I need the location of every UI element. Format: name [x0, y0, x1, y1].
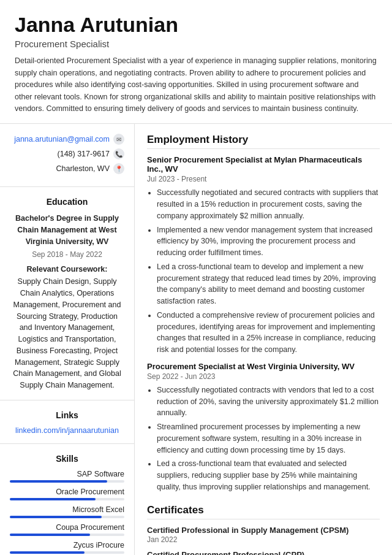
contact-location-item: Charleston, WV 📍 [10, 163, 124, 174]
certificates-list: Certified Professional in Supply Managem… [147, 526, 380, 555]
employment-section: Employment History Senior Procurement Sp… [147, 134, 380, 492]
skill-bar-bg [10, 516, 124, 518]
jobs-list: Senior Procurement Specialist at Mylan P… [147, 155, 380, 492]
education-content: Bachelor's Degree in Supply Chain Manage… [10, 213, 124, 391]
skills-title: Skills [10, 454, 124, 464]
cert-item: Certified Procurement Professional (CPP)… [147, 550, 380, 555]
skill-name: SAP Software [10, 470, 124, 478]
edu-degree: Bachelor's Degree in Supply Chain Manage… [10, 213, 124, 247]
education-title: Education [10, 197, 124, 207]
two-column-layout: janna.arutunian@gmail.com ✉ (148) 317-96… [0, 124, 392, 555]
job-bullet: Successfully negotiated contracts with v… [157, 385, 380, 419]
job-bullet: Led a cross-functional team to develop a… [157, 261, 380, 307]
skill-bar-bg [10, 498, 124, 500]
cert-name: Certified Procurement Professional (CPP) [147, 550, 380, 555]
skill-bar-fill [10, 534, 90, 536]
skill-bar-bg [10, 551, 124, 554]
skill-bar-fill [10, 498, 96, 500]
job-dates: Jul 2023 - Present [147, 175, 380, 183]
skill-item: Oracle Procurement [10, 488, 124, 500]
job-bullet: Conducted a comprehensive review of proc… [157, 310, 380, 356]
cert-name: Certified Professional in Supply Managem… [147, 526, 380, 535]
contact-section: janna.arutunian@gmail.com ✉ (148) 317-96… [0, 124, 134, 187]
contact-email-item: janna.arutunian@gmail.com ✉ [10, 134, 124, 145]
location-icon: 📍 [113, 163, 124, 174]
job-bullet: Successfully negotiated and secured cont… [157, 187, 380, 221]
header-section: Janna Arutunian Procurement Specialist D… [0, 0, 392, 124]
skill-bar-bg [10, 480, 124, 483]
links-content: linkedin.com/in/jannaarutunian [10, 426, 124, 435]
education-section: Education Bachelor's Degree in Supply Ch… [0, 187, 134, 400]
skills-section: Skills SAP Software Oracle Procurement M… [0, 444, 134, 555]
skill-name: Zycus iProcure [10, 541, 124, 549]
coursework-text: Supply Chain Design, Supply Chain Analyt… [10, 276, 124, 391]
candidate-name: Janna Arutunian [15, 13, 377, 36]
edu-dates: Sep 2018 - May 2022 [10, 249, 124, 260]
job-bullet: Streamlined procurement processes by imp… [157, 421, 380, 456]
skill-item: Coupa Procurement [10, 523, 124, 536]
employment-title: Employment History [147, 134, 380, 149]
skill-item: Zycus iProcure [10, 541, 124, 554]
links-section: Links linkedin.com/in/jannaarutunian [0, 400, 134, 444]
skill-bar-bg [10, 534, 124, 536]
certificates-title: Certificates [147, 504, 380, 519]
location-text: Charleston, WV [56, 164, 110, 173]
job-title: Senior Procurement Specialist at Mylan P… [147, 155, 380, 174]
job-title: Procurement Specialist at West Virginia … [147, 362, 380, 371]
skill-item: Microsoft Excel [10, 505, 124, 518]
cert-item: Certified Professional in Supply Managem… [147, 526, 380, 544]
email-icon: ✉ [113, 134, 124, 145]
cert-date: Jan 2022 [147, 535, 380, 544]
skill-name: Microsoft Excel [10, 505, 124, 514]
phone-icon: 📞 [113, 148, 124, 159]
certificates-section: Certificates Certified Professional in S… [147, 504, 380, 555]
links-title: Links [10, 410, 124, 420]
job-dates: Sep 2022 - Jun 2023 [147, 372, 380, 381]
skill-bar-fill [10, 551, 85, 554]
skill-bar-fill [10, 516, 102, 518]
skill-name: Oracle Procurement [10, 488, 124, 496]
candidate-title: Procurement Specialist [15, 39, 377, 49]
job-entry: Procurement Specialist at West Virginia … [147, 362, 380, 493]
coursework-label: Relevant Coursework: [10, 264, 124, 275]
candidate-summary: Detail-oriented Procurement Specialist w… [15, 55, 377, 115]
job-bullet: Led a cross-functional team that evaluat… [157, 458, 380, 492]
contact-phone-item: (148) 317-9617 📞 [10, 148, 124, 159]
resume-container: Janna Arutunian Procurement Specialist D… [0, 0, 392, 555]
job-bullets-list: Successfully negotiated contracts with v… [147, 385, 380, 493]
job-bullet: Implemented a new vendor management syst… [157, 224, 380, 259]
linkedin-link[interactable]: linkedin.com/in/jannaarutunian [15, 426, 119, 435]
left-column: janna.arutunian@gmail.com ✉ (148) 317-96… [0, 124, 135, 555]
skill-bar-fill [10, 480, 107, 483]
skills-list: SAP Software Oracle Procurement Microsof… [10, 470, 124, 555]
skill-name: Coupa Procurement [10, 523, 124, 532]
job-entry: Senior Procurement Specialist at Mylan P… [147, 155, 380, 356]
phone-text: (148) 317-9617 [58, 150, 110, 158]
email-link[interactable]: janna.arutunian@gmail.com [14, 135, 110, 144]
skill-item: SAP Software [10, 470, 124, 483]
job-bullets-list: Successfully negotiated and secured cont… [147, 187, 380, 356]
right-column: Employment History Senior Procurement Sp… [135, 124, 392, 555]
